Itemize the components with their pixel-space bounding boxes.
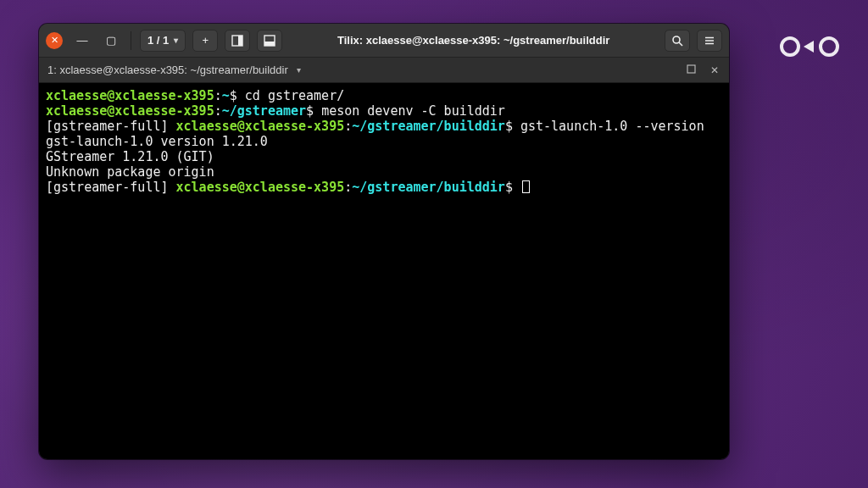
search-icon [671, 35, 683, 47]
svg-point-1 [821, 38, 837, 55]
svg-marker-2 [804, 41, 814, 53]
session-counter-label: 1 / 1 [147, 34, 169, 47]
minimize-icon: — [77, 34, 88, 47]
minimize-button[interactable]: — [71, 30, 93, 52]
session-counter[interactable]: 1 / 1 ▾ [140, 30, 186, 52]
titlebar-separator [131, 31, 131, 50]
terminal-tab[interactable]: 1: xclaesse@xclaesse-x395: ~/gstreamer/b… [47, 64, 685, 76]
split-down-icon [264, 35, 275, 47]
terminal-tab-label: 1: xclaesse@xclaesse-x395: ~/gstreamer/b… [47, 64, 288, 76]
svg-rect-4 [238, 36, 242, 46]
split-down-button[interactable] [257, 30, 282, 52]
close-button[interactable]: ✕ [46, 32, 63, 49]
window-title: Tilix: xclaesse@xclaesse-x395: ~/gstream… [289, 34, 658, 47]
tilix-window: ✕ — ▢ 1 / 1 ▾ + Tilix: xclaesse@xclaesse… [39, 24, 729, 459]
terminal-tabbar: 1: xclaesse@xclaesse-x395: ~/gstreamer/b… [39, 58, 729, 83]
add-terminal-button[interactable]: + [192, 30, 218, 52]
split-right-button[interactable] [225, 30, 250, 52]
tab-close-button[interactable]: ✕ [709, 64, 721, 76]
svg-line-8 [679, 42, 682, 46]
maximize-icon: ▢ [106, 34, 116, 47]
plus-icon: + [203, 34, 209, 47]
tab-maximize-button[interactable] [685, 64, 697, 76]
chevron-down-icon: ▾ [297, 65, 301, 75]
svg-point-0 [782, 38, 798, 55]
split-right-icon [231, 35, 243, 47]
svg-rect-6 [264, 42, 275, 46]
search-button[interactable] [665, 30, 690, 52]
collabora-logo [780, 34, 841, 59]
svg-rect-12 [687, 65, 695, 73]
maximize-button[interactable]: ▢ [100, 30, 122, 52]
menu-button[interactable] [697, 30, 722, 52]
close-icon: ✕ [51, 35, 58, 46]
hamburger-icon [704, 35, 715, 47]
terminal-viewport[interactable]: xclaesse@xclaesse-x395:~$ cd gstreamer/ … [39, 83, 729, 459]
svg-point-7 [673, 36, 680, 43]
tab-maximize-icon [687, 64, 696, 74]
chevron-down-icon: ▾ [174, 36, 178, 45]
titlebar: ✕ — ▢ 1 / 1 ▾ + Tilix: xclaesse@xclaesse… [39, 24, 729, 58]
